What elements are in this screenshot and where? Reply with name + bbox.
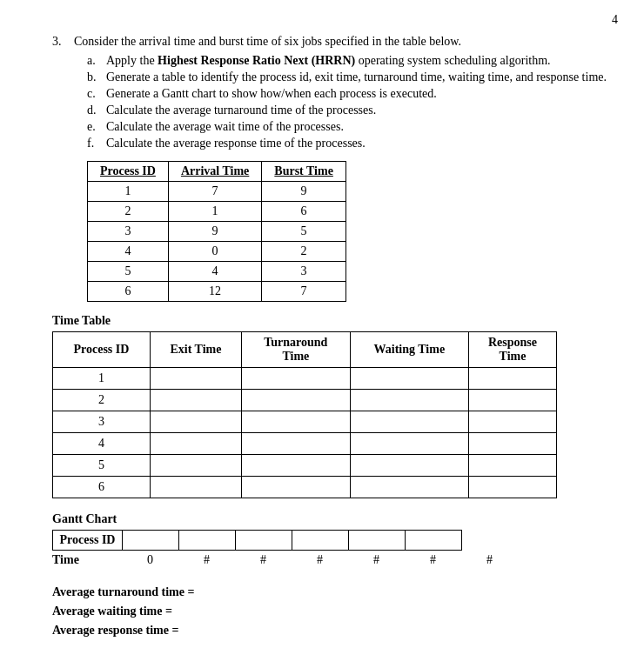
gantt-time-3: # <box>292 551 348 570</box>
time-cell-r1-c1: 1 <box>53 368 151 390</box>
data-cell-r6-c2: 12 <box>168 282 261 302</box>
data-cell-r5-c3: 3 <box>262 262 346 282</box>
data-cell-r1-c3: 9 <box>262 182 346 202</box>
data-cell-r1-c2: 7 <box>168 182 261 202</box>
gantt-cell-2 <box>179 531 236 551</box>
time-cell-r3-c2 <box>150 411 241 433</box>
time-table-title: Time Table <box>52 314 609 328</box>
data-table-header-burst-time: Burst Time <box>262 162 346 182</box>
gantt-cell-6 <box>406 531 462 551</box>
time-table-body: 123456 <box>53 368 557 498</box>
time-table-header-turnaround: TurnaroundTime <box>241 332 350 368</box>
data-cell-r1-c1: 1 <box>88 182 169 202</box>
time-table-row-3: 3 <box>53 411 557 433</box>
gantt-process-label: Process ID <box>53 531 123 551</box>
time-cell-r4-c4 <box>350 433 468 455</box>
data-cell-r6-c1: 6 <box>88 282 169 302</box>
sub-item-a-text: Apply the Highest Response Ratio Next (H… <box>106 54 609 68</box>
sub-item-b-text: Generate a table to identify the process… <box>106 70 609 84</box>
gantt-chart-title: Gantt Chart <box>52 512 609 526</box>
time-cell-r5-c1: 5 <box>53 455 151 477</box>
time-cell-r1-c5 <box>468 368 556 390</box>
time-table-row-6: 6 <box>53 477 557 498</box>
hrrn-bold: Highest Response Ratio Next (HRRN) <box>158 54 355 67</box>
averages-section: Average turnaround time = Average waitin… <box>52 585 609 638</box>
average-response: Average response time = <box>52 624 609 638</box>
gantt-time-2: # <box>235 551 292 570</box>
time-cell-r4-c5 <box>468 433 556 455</box>
time-cell-r6-c2 <box>150 477 241 498</box>
data-cell-r2-c1: 2 <box>88 202 169 222</box>
time-cell-r5-c4 <box>350 455 468 477</box>
sub-item-f: f. Calculate the average response time o… <box>87 137 609 150</box>
time-cell-r4-c3 <box>241 433 350 455</box>
sub-item-c: c. Generate a Gantt chart to show how/wh… <box>87 87 609 101</box>
sub-item-e-label: e. <box>87 120 106 134</box>
average-turnaround: Average turnaround time = <box>52 585 609 599</box>
time-table-section: Time Table Process ID Exit Time Turnarou… <box>52 314 609 498</box>
time-cell-r6-c1: 6 <box>53 477 151 498</box>
data-cell-r2-c3: 6 <box>262 202 346 222</box>
sub-item-d-text: Calculate the average turnaround time of… <box>106 104 609 117</box>
sub-item-b: b. Generate a table to identify the proc… <box>87 70 609 84</box>
sub-item-a: a. Apply the Highest Response Ratio Next… <box>87 54 609 68</box>
question-text: Consider the arrival time and burst time… <box>74 35 609 49</box>
gantt-cell-3 <box>236 531 292 551</box>
data-cell-r5-c2: 4 <box>168 262 261 282</box>
data-cell-r4-c3: 2 <box>262 242 346 262</box>
data-table-row-2: 216 <box>88 202 346 222</box>
gantt-chart-section: Gantt Chart Process ID Time 0 # <box>52 512 609 570</box>
data-table-body: 1792163954025436127 <box>88 182 346 302</box>
sub-item-f-text: Calculate the average response time of t… <box>106 137 609 150</box>
sub-item-a-label: a. <box>87 54 106 68</box>
time-cell-r2-c2 <box>150 390 241 411</box>
time-cell-r3-c3 <box>241 411 350 433</box>
data-table-row-1: 179 <box>88 182 346 202</box>
gantt-cell-1 <box>123 531 179 551</box>
time-table-header-exit: Exit Time <box>150 332 241 368</box>
data-cell-r6-c3: 7 <box>262 282 346 302</box>
data-table-container: Process ID Arrival Time Burst Time 17921… <box>87 161 609 302</box>
data-cell-r2-c2: 1 <box>168 202 261 222</box>
gantt-process-row: Process ID <box>53 531 462 551</box>
time-cell-r1-c3 <box>241 368 350 390</box>
time-cell-r1-c4 <box>350 368 468 390</box>
time-cell-r2-c3 <box>241 390 350 411</box>
time-cell-r4-c2 <box>150 433 241 455</box>
sub-item-d-label: d. <box>87 104 106 117</box>
sub-items: a. Apply the Highest Response Ratio Next… <box>87 54 609 150</box>
time-table-row-2: 2 <box>53 390 557 411</box>
sub-item-e-text: Calculate the average wait time of the p… <box>106 120 609 134</box>
time-table: Process ID Exit Time TurnaroundTime Wait… <box>52 331 557 498</box>
data-cell-r3-c3: 5 <box>262 222 346 242</box>
time-table-header-response: ResponseTime <box>468 332 556 368</box>
time-table-row-4: 4 <box>53 433 557 455</box>
time-cell-r5-c2 <box>150 455 241 477</box>
data-cell-r3-c2: 9 <box>168 222 261 242</box>
gantt-time-4: # <box>348 551 405 570</box>
data-cell-r4-c1: 4 <box>88 242 169 262</box>
sub-item-e: e. Calculate the average wait time of th… <box>87 120 609 134</box>
data-cell-r4-c2: 0 <box>168 242 261 262</box>
time-cell-r6-c5 <box>468 477 556 498</box>
data-table-row-5: 543 <box>88 262 346 282</box>
time-cell-r3-c5 <box>468 411 556 433</box>
page-number: 4 <box>612 13 618 27</box>
gantt-time-6: # <box>461 551 518 570</box>
gantt-table: Process ID <box>52 530 462 551</box>
sub-item-c-label: c. <box>87 87 106 101</box>
gantt-time-0: 0 <box>122 551 178 570</box>
gantt-time-1: # <box>178 551 235 570</box>
time-cell-r5-c5 <box>468 455 556 477</box>
time-table-header-waiting: Waiting Time <box>350 332 468 368</box>
data-cell-r3-c1: 3 <box>88 222 169 242</box>
time-cell-r3-c4 <box>350 411 468 433</box>
time-cell-r3-c1: 3 <box>53 411 151 433</box>
gantt-time-row-table: Time 0 # # # # # # <box>52 551 518 570</box>
sub-item-f-label: f. <box>87 137 106 150</box>
sub-item-d: d. Calculate the average turnaround time… <box>87 104 609 117</box>
time-cell-r5-c3 <box>241 455 350 477</box>
time-cell-r6-c4 <box>350 477 468 498</box>
data-table: Process ID Arrival Time Burst Time 17921… <box>87 161 346 302</box>
time-cell-r2-c4 <box>350 390 468 411</box>
